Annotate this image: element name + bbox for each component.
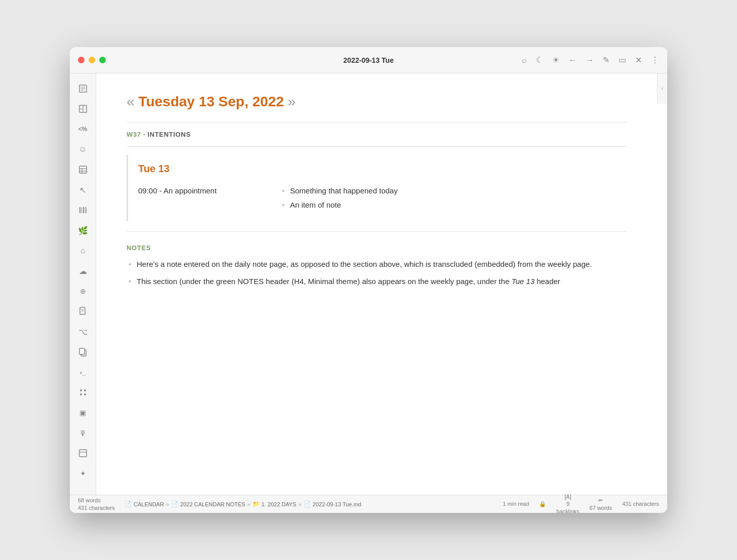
svg-rect-11 <box>79 207 80 213</box>
breadcrumb-icon: 📁 <box>253 501 260 507</box>
divider-1 <box>127 122 627 123</box>
sidebar-icon-terminal[interactable]: ›_ <box>74 363 92 381</box>
svg-point-24 <box>84 393 86 395</box>
svg-point-23 <box>80 393 82 395</box>
breadcrumb-file[interactable]: 2022-09-13 Tue.md <box>313 501 361 507</box>
page-title: « Tuesday 13 Sep, 2022 » <box>127 94 627 110</box>
bullet-list: Something that happened today An item of… <box>280 185 617 211</box>
breadcrumb-calendar-notes[interactable]: 2022 CALENDAR NOTES <box>180 501 245 507</box>
sidebar-icon-copy[interactable] <box>74 343 92 361</box>
word-count: 68 words <box>78 497 118 504</box>
minimize-button[interactable] <box>89 57 95 63</box>
intentions-title: · INTENTIONS <box>143 131 191 138</box>
search-icon[interactable]: ⌕ <box>522 56 527 65</box>
forward-icon[interactable]: → <box>586 56 594 65</box>
backlinks-text: backlinks <box>556 508 579 513</box>
titlebar: 2022-09-13 Tue ⌕ ☾ ☀ ← → ✎ ▭ ✕ ⋮ <box>70 47 667 73</box>
appointment-item: 09:00 - An appointment <box>138 185 260 197</box>
bullet-notes-column: Something that happened today An item of… <box>280 185 617 213</box>
sun-icon[interactable]: ☀ <box>552 55 559 65</box>
statusbar-right: 1 min read 🔒 [A] 9 backlinks ✏ 67 words … <box>503 493 659 513</box>
sidebar-icon-file[interactable] <box>74 79 92 98</box>
sidebar-icon-percent[interactable]: <% <box>74 120 92 138</box>
fullscreen-button[interactable] <box>99 57 106 63</box>
sidebar-icon-table[interactable] <box>74 161 92 179</box>
sidebar-icon-leaf[interactable]: 🌿 <box>74 221 92 239</box>
list-item: Here's a note entered on the daily note … <box>127 258 627 271</box>
layout-icon[interactable]: ▭ <box>619 55 626 65</box>
day-heading: Tue 13 <box>138 163 617 175</box>
page-title-text: Tuesday 13 Sep, 2022 <box>138 94 283 109</box>
week-label: W37 <box>127 131 141 138</box>
lock-status[interactable]: 🔒 <box>539 500 546 507</box>
svg-point-21 <box>80 389 82 391</box>
sidebar-icon-barcode[interactable] <box>74 201 92 219</box>
word-count-display: 68 words 431 characters <box>78 497 118 511</box>
edit-icon-display: ✏ 67 words <box>590 497 612 511</box>
statusbar: 68 words 431 characters 📄 CALENDAR » 📄 2… <box>70 495 667 513</box>
svg-rect-13 <box>83 207 84 213</box>
breadcrumb-icon: 📄 <box>125 501 132 507</box>
char-count: 431 characters <box>78 504 118 511</box>
divider-2 <box>127 146 627 147</box>
week-intentions-header: W37 · INTENTIONS <box>127 131 627 138</box>
backlinks-display: [A] 9 backlinks <box>556 493 579 513</box>
day-block: Tue 13 09:00 - An appointment Something … <box>127 155 627 221</box>
close-button[interactable] <box>78 57 85 63</box>
svg-point-22 <box>84 389 86 391</box>
sidebar: <% ☺ ↖ 🌿 ⌂ ☁ ⊕ ⌥ ›_ ▣ 🎙 <box>70 73 96 495</box>
window-close-icon[interactable]: ✕ <box>635 55 642 65</box>
title-next-arrow[interactable]: » <box>284 94 296 109</box>
chars-right: 431 characters <box>622 500 659 507</box>
window-title: 2022-09-13 Tue <box>343 56 393 64</box>
sidebar-icon-layout[interactable] <box>74 100 92 118</box>
content-area: « Tuesday 13 Sep, 2022 » W37 · INTENTION… <box>96 73 657 495</box>
list-item: Something that happened today <box>280 185 617 197</box>
day-content: 09:00 - An appointment Something that ha… <box>138 185 617 213</box>
notes-list: Here's a note entered on the daily note … <box>127 258 627 288</box>
words-right: 67 words <box>590 504 612 511</box>
edit-icon: ✏ <box>598 497 603 504</box>
lock-icon: 🔒 <box>539 500 546 507</box>
more-icon[interactable]: ⋮ <box>651 55 659 65</box>
main-layout: <% ☺ ↖ 🌿 ⌂ ☁ ⊕ ⌥ ›_ ▣ 🎙 <box>70 73 667 495</box>
sidebar-icon-mic[interactable]: 🎙 <box>74 424 92 442</box>
sidebar-icon-box[interactable]: ▣ <box>74 404 92 422</box>
notes-section: NOTES Here's a note entered on the daily… <box>127 244 627 288</box>
sidebar-icon-cloud[interactable]: ☁ <box>74 262 92 280</box>
appointments-column: 09:00 - An appointment <box>138 185 260 213</box>
breadcrumb-icon: 📄 <box>171 501 178 507</box>
sidebar-icon-emoji[interactable]: ☺ <box>74 140 92 158</box>
svg-rect-14 <box>85 207 86 213</box>
svg-rect-12 <box>81 207 82 213</box>
svg-rect-25 <box>79 450 87 457</box>
breadcrumb-calendar[interactable]: CALENDAR <box>134 501 164 507</box>
read-time: 1 min read <box>503 500 529 507</box>
pin-icon[interactable]: ✎ <box>603 55 609 65</box>
moon-icon[interactable]: ☾ <box>536 55 543 65</box>
italic-text: Tue 13 <box>511 277 535 286</box>
sidebar-icon-home[interactable]: ⌂ <box>74 242 92 260</box>
sidebar-icon-branch[interactable]: ⌥ <box>74 323 92 341</box>
sidebar-icon-doc[interactable] <box>74 302 92 321</box>
app-window: 2022-09-13 Tue ⌕ ☾ ☀ ← → ✎ ▭ ✕ ⋮ <% ☺ <box>70 47 667 513</box>
sidebar-icon-apps[interactable] <box>74 383 92 402</box>
chars-right-display: 431 characters <box>622 500 659 507</box>
notes-section-header: NOTES <box>127 244 627 252</box>
titlebar-actions: ⌕ ☾ ☀ ← → ✎ ▭ ✕ ⋮ <box>522 55 659 65</box>
svg-rect-7 <box>79 166 87 173</box>
sidebar-icon-cursor[interactable]: ↖ <box>74 181 92 199</box>
svg-rect-20 <box>79 348 85 354</box>
sidebar-icon-link[interactable]: ⊕ <box>74 282 92 300</box>
backlinks-count: 9 <box>566 500 569 507</box>
sidebar-icon-star[interactable]: ✦ <box>74 464 92 483</box>
traffic-lights <box>78 57 106 63</box>
title-prev-arrow[interactable]: « <box>127 94 138 109</box>
list-item: An item of note <box>280 199 617 211</box>
sidebar-icon-panel[interactable] <box>74 444 92 462</box>
breadcrumb: 📄 CALENDAR » 📄 2022 CALENDAR NOTES » 📁 1… <box>118 501 503 507</box>
right-panel-toggle[interactable]: ‹ <box>657 73 667 104</box>
list-item: This section (under the green NOTES head… <box>127 275 627 288</box>
back-icon[interactable]: ← <box>568 56 577 65</box>
breadcrumb-days[interactable]: 1. 2022 DAYS <box>262 501 297 507</box>
